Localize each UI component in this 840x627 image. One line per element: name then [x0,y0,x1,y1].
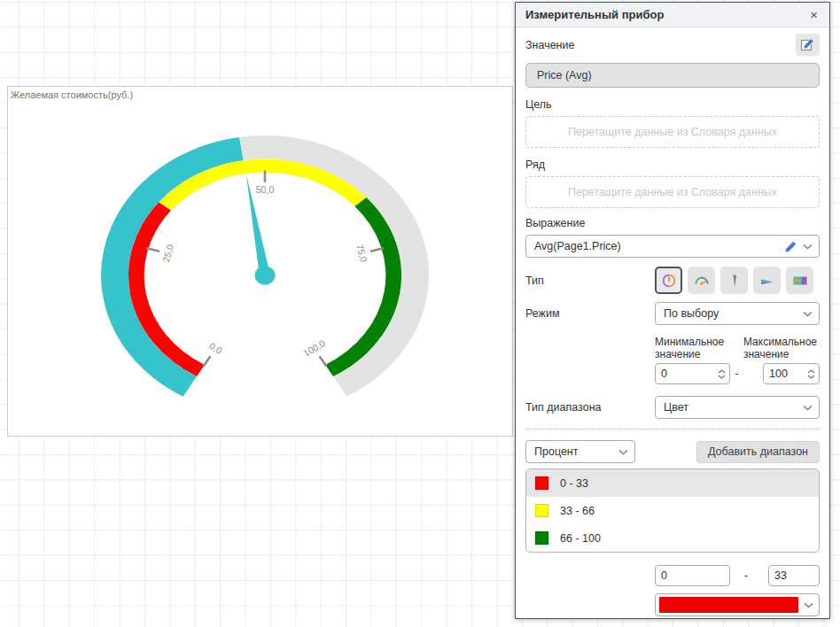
target-label: Цель [525,98,820,111]
range-edit-row: 0 - 33 [655,565,820,586]
min-value-input[interactable]: 0 [655,363,730,384]
type-bullet-button[interactable] [786,267,813,294]
svg-text:75,0: 75,0 [354,243,369,263]
type-label: Тип [525,267,655,287]
range-mode-value: Процент [534,445,613,458]
min-col: Минимальное значение 0 [655,336,730,384]
range-type-label: Тип диапазона [525,401,655,414]
gauge-title: Желаемая стоимость(руб.) [11,89,133,100]
range-to-input[interactable]: 33 [768,565,820,586]
value-chip-text: Price (Avg) [537,69,592,81]
semicircle-gauge-icon [694,273,710,289]
range-item-label: 33 - 66 [560,505,595,517]
max-spinner[interactable] [807,369,815,379]
type-radial-gauge-button[interactable] [655,267,682,294]
close-icon[interactable]: × [807,6,821,23]
mode-select[interactable]: По выбору [655,302,820,325]
target-dropzone-placeholder: Перетащите данные из Словаря данных [568,126,777,138]
range-color-swatch [535,504,548,517]
value-row: Значение [525,34,820,56]
minmax-block: Минимальное значение 0 - Максимальное зн… [655,336,820,384]
range-from-value: 0 [661,569,726,582]
target-dropzone[interactable]: Перетащите данные из Словаря данных [525,116,820,148]
linear-horizontal-gauge-icon [759,273,775,289]
max-label: Максимальное значение [743,336,820,360]
selected-color-bar [659,597,798,613]
range-list: 0 - 33 33 - 66 66 - 100 [525,468,820,553]
gauge-properties-panel: Измерительный прибор × Значение Price (A… [515,2,830,619]
mode-value: По выбору [664,307,797,320]
value-field-chip[interactable]: Price (Avg) [525,63,820,88]
svg-text:0,0: 0,0 [207,340,224,356]
expression-combo[interactable]: Avg(Page1.Price) [525,235,820,258]
range-item-label: 66 - 100 [560,532,601,545]
min-value: 0 [661,368,718,380]
range-mode-select[interactable]: Процент [525,440,635,463]
value-label: Значение [525,39,574,51]
svg-text:50,0: 50,0 [256,184,275,195]
range-type-chevron-down-icon [803,405,813,411]
mode-label: Режим [525,307,655,320]
svg-text:100,0: 100,0 [301,337,327,359]
range-from-input[interactable]: 0 [655,565,730,586]
range-color-select[interactable] [655,593,820,616]
range-color-swatch [535,531,548,545]
bullet-gauge-icon [792,273,808,289]
gauge-widget[interactable]: Желаемая стоимость(руб.) 0,025,050,075,0… [7,86,513,437]
min-label: Минимальное значение [655,336,730,360]
range-type-row: Тип диапазона Цвет [525,396,820,419]
max-value-input[interactable]: 100 [763,363,820,384]
minmax-dash: - [735,368,738,384]
type-row: Тип [525,267,820,294]
add-range-button[interactable]: Добавить диапазон [696,441,820,463]
gauge-type-buttons [655,267,813,294]
linear-vertical-gauge-icon [727,273,743,289]
range-to-value: 33 [774,569,815,582]
edit-pencil-icon [800,37,815,52]
expression-label: Выражение [525,217,820,229]
type-linear-vertical-button[interactable] [720,267,748,294]
panel-body: Значение Price (Avg) Цель Перетащите дан… [516,27,829,616]
series-label: Ряд [525,159,820,171]
range-color-swatch [535,476,548,490]
range-list-item[interactable]: 0 - 33 [526,469,819,497]
panel-header: Измерительный прибор × [516,3,829,27]
range-list-item[interactable]: 66 - 100 [526,524,819,552]
range-list-item[interactable]: 33 - 66 [526,497,819,524]
expression-edit-pencil-icon[interactable] [784,240,797,253]
range-mode-chevron-down-icon [618,449,628,455]
min-spinner[interactable] [718,369,726,379]
range-mode-row: Процент Добавить диапазон [525,440,820,463]
mode-row: Режим По выбору [525,302,820,325]
color-chevron-down-icon [804,602,813,608]
edit-value-button[interactable] [796,34,820,56]
range-type-select[interactable]: Цвет [655,396,820,419]
radial-gauge-icon [661,273,677,289]
series-dropzone[interactable]: Перетащите данные из Словаря данных [525,176,820,208]
series-dropzone-placeholder: Перетащите данные из Словаря данных [568,186,777,198]
svg-text:25,0: 25,0 [160,243,175,263]
separator [525,429,820,430]
range-dash: - [730,569,748,582]
max-col: Максимальное значение 100 [743,336,820,384]
radial-gauge-chart: 0,025,050,075,0100,0 [8,87,512,436]
expression-value: Avg(Page1.Price) [534,240,784,252]
mode-chevron-down-icon [803,311,813,317]
max-value: 100 [769,368,807,380]
panel-title: Измерительный прибор [525,8,807,21]
type-linear-horizontal-button[interactable] [753,267,781,294]
range-item-label: 0 - 33 [560,477,588,490]
range-type-value: Цвет [664,401,797,414]
expression-chevron-down-icon[interactable] [803,244,813,250]
type-semicircle-gauge-button[interactable] [688,267,715,294]
